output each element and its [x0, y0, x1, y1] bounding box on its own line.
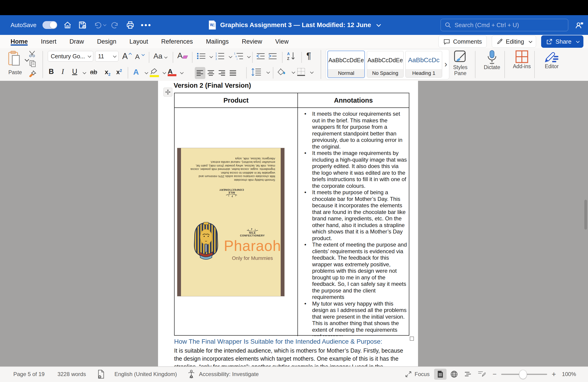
zoom-level[interactable]: 100% [562, 371, 576, 377]
document-page[interactable]: Version 2 (Final Version) Product Annota… [158, 81, 418, 367]
print-layout-view-button[interactable] [434, 369, 446, 380]
table-resize-handle[interactable] [410, 337, 414, 341]
annotation-item[interactable]: It meets the purpose of being a chocolat… [302, 189, 407, 241]
zoom-out-button[interactable]: − [492, 370, 497, 378]
style-no-spacing[interactable]: AaBbCcDdEe No Spacing [367, 51, 403, 78]
annotations-cell[interactable]: It meets the colour requirements set out… [298, 108, 409, 336]
grow-font-button[interactable]: A [122, 51, 132, 61]
editing-mode-button[interactable]: Editing [492, 35, 536, 48]
tab-view[interactable]: View [275, 35, 289, 48]
tab-home[interactable]: Home [11, 35, 28, 48]
draft-view-button[interactable] [475, 369, 488, 380]
home-icon[interactable] [63, 21, 72, 29]
autosave-toggle[interactable] [42, 21, 57, 29]
style-heading-1[interactable]: AaBbCcDc Heading 1 [405, 51, 442, 78]
multilevel-list-button[interactable]: 1ai [234, 52, 243, 60]
addins-button[interactable]: Add-ins [508, 50, 536, 69]
annotation-item[interactable]: My tutor was very happy with this design… [302, 301, 407, 336]
format-painter-icon[interactable] [28, 70, 37, 78]
highlight-button[interactable] [150, 68, 158, 75]
subscript-button[interactable]: x2 [105, 68, 110, 77]
align-center-button[interactable] [206, 67, 216, 79]
proofing-status-icon[interactable] [97, 370, 105, 379]
page-indicator[interactable]: Page 5 of 19 [13, 371, 44, 377]
editor-button[interactable]: Editor [538, 50, 566, 69]
print-icon[interactable] [126, 20, 135, 30]
change-case-button[interactable]: Aa [153, 52, 167, 60]
undo-menu-chevron-icon[interactable] [103, 23, 106, 26]
comments-button[interactable]: Comments [439, 35, 487, 48]
word-doc-icon: W [208, 20, 216, 30]
align-right-button[interactable] [217, 67, 227, 79]
increase-indent-button[interactable] [268, 53, 277, 60]
clear-formatting-button[interactable]: A [177, 51, 187, 60]
tab-references[interactable]: References [161, 35, 193, 48]
shading-button[interactable] [277, 68, 287, 76]
style-normal[interactable]: AaBbCcDdEe Normal [327, 51, 365, 78]
people-icon[interactable] [575, 20, 584, 30]
share-button[interactable]: Share [541, 35, 583, 48]
zoom-slider[interactable] [501, 374, 547, 375]
outline-view-button[interactable] [462, 369, 474, 380]
underline-button[interactable]: U [72, 67, 77, 76]
font-name-select[interactable]: Century Go... [48, 51, 93, 61]
word-count[interactable]: 3228 words [57, 371, 86, 377]
annotation-item[interactable]: The extent of meeting the purpose and cl… [302, 241, 407, 301]
tab-mailings[interactable]: Mailings [206, 35, 229, 48]
decrease-indent-button[interactable] [256, 53, 265, 60]
font-size-select[interactable]: 11 [95, 51, 119, 61]
style-name: No Spacing [367, 69, 403, 77]
strikethrough-button[interactable]: ab [90, 68, 97, 76]
body-paragraph[interactable]: It is suitable for the intended audience… [174, 347, 407, 367]
bullet-list-button[interactable] [197, 52, 206, 60]
web-layout-view-button[interactable] [448, 369, 460, 380]
tab-draw[interactable]: Draw [70, 35, 84, 48]
accessibility-icon[interactable] [188, 370, 195, 379]
superscript-button[interactable]: x2 [116, 68, 122, 76]
numbered-list-button[interactable]: 123 [215, 52, 225, 60]
copy-icon[interactable] [29, 60, 36, 67]
dictate-button[interactable]: Dictate [478, 50, 506, 70]
annotation-item[interactable]: It meets the colour requirements set out… [302, 111, 407, 150]
underline-menu-chevron-icon[interactable] [83, 71, 86, 74]
annotation-item[interactable]: It meets the image requirements by inclu… [302, 150, 407, 189]
zoom-slider-thumb[interactable] [519, 370, 527, 379]
language-indicator[interactable]: English (United Kingdom) [114, 371, 177, 377]
shrink-font-button[interactable]: A [135, 53, 144, 60]
tab-review[interactable]: Review [242, 35, 262, 48]
tab-layout[interactable]: Layout [129, 35, 148, 48]
undo-icon[interactable] [93, 21, 105, 29]
text-effects-button[interactable]: A [133, 67, 139, 77]
svg-text:2: 2 [215, 55, 217, 58]
pilcrow-button[interactable]: ¶ [306, 51, 311, 61]
sort-button[interactable]: AZ [287, 51, 296, 60]
document-heading[interactable]: Version 2 (Final Version) [174, 82, 251, 89]
align-left-button[interactable] [195, 67, 205, 79]
bold-button[interactable]: B [49, 67, 54, 76]
font-color-button[interactable]: A [168, 67, 173, 75]
more-commands-icon[interactable]: ••• [141, 23, 152, 27]
line-spacing-button[interactable] [251, 68, 261, 76]
zoom-in-button[interactable]: + [552, 370, 556, 379]
focus-button[interactable]: Focus [405, 371, 430, 378]
italic-button[interactable]: I [62, 67, 64, 76]
vertical-scrollbar-thumb[interactable] [584, 200, 587, 230]
accessibility-status[interactable]: Accessibility: Investigate [199, 371, 259, 377]
document-canvas[interactable]: Version 2 (Final Version) Product Annota… [0, 81, 588, 367]
redo-icon[interactable] [111, 21, 120, 29]
save-icon[interactable] [78, 20, 87, 30]
borders-button[interactable] [297, 67, 305, 76]
search-input[interactable]: Search (Cmd + Ctrl + U) [441, 19, 568, 31]
title-menu-chevron-icon[interactable] [377, 22, 381, 27]
styles-pane-button[interactable]: Styles Pane [446, 50, 474, 76]
section-heading[interactable]: How The Final Wrapper Is Suitable for th… [174, 338, 382, 345]
tab-insert[interactable]: Insert [41, 35, 57, 48]
borders-chevron-icon [310, 70, 314, 74]
wrapper-image[interactable]: Smooth bubbly milk chocolate Milk chocol… [177, 148, 284, 296]
document-title-group[interactable]: W Graphics Assignment 3 — Last Modified:… [208, 15, 380, 35]
justify-button[interactable] [228, 67, 238, 79]
paste-button[interactable] [8, 51, 21, 67]
tab-design[interactable]: Design [97, 35, 116, 48]
table-move-handle[interactable] [164, 88, 172, 96]
cut-icon[interactable] [28, 50, 36, 58]
